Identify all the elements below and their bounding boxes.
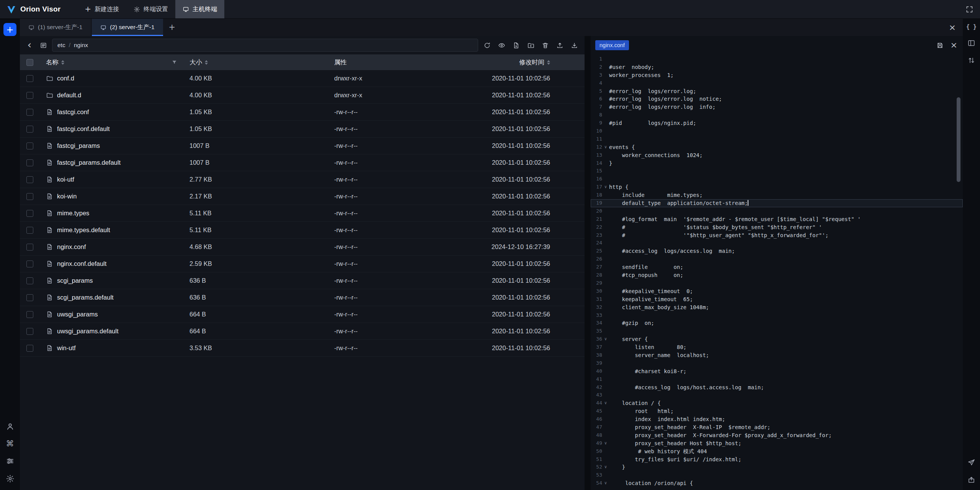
editor-line[interactable]: 24 bbox=[591, 239, 963, 247]
row-checkbox[interactable] bbox=[26, 345, 33, 352]
download-icon[interactable] bbox=[568, 39, 580, 51]
file-row[interactable]: scgi_params 636 B -rw-r--r-- 2020-11-01 … bbox=[20, 272, 585, 289]
code-editor[interactable]: 1 2 #user nobody; bbox=[591, 54, 963, 490]
editor-line[interactable]: 43 bbox=[591, 391, 963, 399]
row-checkbox[interactable] bbox=[26, 244, 33, 251]
terminal-tab[interactable]: (2) server-生产-1 bbox=[92, 19, 163, 36]
editor-line[interactable]: 1 bbox=[591, 55, 963, 63]
select-all-checkbox[interactable] bbox=[26, 59, 33, 66]
fold-chevron-icon[interactable]: ∨ bbox=[604, 441, 607, 446]
editor-line[interactable]: 38 server_name localhost; bbox=[591, 351, 963, 359]
show-hidden-eye-icon[interactable] bbox=[496, 39, 507, 51]
save-icon[interactable] bbox=[934, 39, 946, 51]
new-connection-button[interactable]: + bbox=[3, 23, 16, 36]
row-checkbox[interactable] bbox=[26, 277, 33, 284]
editor-line[interactable]: 53 bbox=[591, 471, 963, 479]
editor-line[interactable]: 14 } bbox=[591, 159, 963, 167]
row-checkbox[interactable] bbox=[26, 227, 33, 234]
row-checkbox[interactable] bbox=[26, 328, 33, 335]
editor-line[interactable]: 29 bbox=[591, 279, 963, 287]
editor-line[interactable]: 27 sendfile on; bbox=[591, 263, 963, 271]
row-checkbox[interactable] bbox=[26, 294, 33, 301]
row-checkbox[interactable] bbox=[26, 311, 33, 318]
row-checkbox[interactable] bbox=[26, 75, 33, 82]
editor-line[interactable]: 9 #pid logs/nginx.pid; bbox=[591, 119, 963, 127]
new-folder-icon[interactable] bbox=[525, 39, 536, 51]
editor-line[interactable]: 7 #error_log logs/error.log info; bbox=[591, 103, 963, 111]
editor-line[interactable]: 22 # '$status $body_bytes_sent "$http_re… bbox=[591, 223, 963, 231]
fold-chevron-icon[interactable]: ∨ bbox=[604, 144, 607, 149]
editor-line[interactable]: 8 bbox=[591, 111, 963, 119]
editor-line[interactable]: 49 ∨ proxy_set_header Host $http_host; bbox=[591, 439, 963, 447]
editor-line[interactable]: 54 ∨ location /orion/api { bbox=[591, 479, 963, 487]
file-row[interactable]: scgi_params.default 636 B -rw-r--r-- 202… bbox=[20, 289, 585, 306]
file-row[interactable]: conf.d 4.00 KB drwxr-xr-x 2020-11-01 10:… bbox=[20, 70, 585, 87]
sort-name-icon[interactable] bbox=[61, 60, 64, 65]
editor-line[interactable]: 4 bbox=[591, 79, 963, 87]
delete-trash-icon[interactable] bbox=[539, 39, 551, 51]
directory-list-icon[interactable] bbox=[38, 39, 49, 51]
editor-line[interactable]: 47 proxy_set_header X-Real-IP $remote_ad… bbox=[591, 423, 963, 431]
file-row[interactable]: uwsgi_params 664 B -rw-r--r-- 2020-11-01… bbox=[20, 306, 585, 323]
upload-box-icon[interactable] bbox=[967, 476, 975, 484]
editor-line[interactable]: 19 default_type application/octet-stream… bbox=[591, 199, 963, 207]
row-checkbox[interactable] bbox=[26, 193, 33, 200]
editor-line[interactable]: 32 client_max_body_size 1048m; bbox=[591, 303, 963, 311]
editor-line[interactable]: 23 # '"$http_user_agent" "$http_x_forwar… bbox=[591, 231, 963, 239]
terminal-tab[interactable]: (1) server-生产-1 bbox=[20, 19, 91, 36]
sort-size-icon[interactable] bbox=[205, 60, 208, 65]
sort-order-icon[interactable] bbox=[967, 56, 975, 64]
editor-line[interactable]: 44 ∨ location / { bbox=[591, 399, 963, 407]
editor-line[interactable]: 16 bbox=[591, 175, 963, 183]
editor-line[interactable]: 45 root html; bbox=[591, 407, 963, 415]
file-row[interactable]: fastcgi.conf.default 1.05 KB -rw-r--r-- … bbox=[20, 121, 585, 138]
editor-line[interactable]: 17 ∨ http { bbox=[591, 183, 963, 191]
row-checkbox[interactable] bbox=[26, 176, 33, 183]
editor-line[interactable]: 2 #user nobody; bbox=[591, 63, 963, 71]
editor-line[interactable]: 37 listen 80; bbox=[591, 343, 963, 351]
row-checkbox[interactable] bbox=[26, 109, 33, 116]
preferences-sliders-icon[interactable] bbox=[6, 457, 15, 465]
editor-line[interactable]: 52 ∨ } bbox=[591, 463, 963, 471]
editor-line[interactable]: 51 try_files $uri $uri/ /index.html; bbox=[591, 456, 963, 464]
file-row[interactable]: mime.types.default 5.11 KB -rw-r--r-- 20… bbox=[20, 222, 585, 239]
brand[interactable]: Orion Visor bbox=[0, 0, 67, 18]
settings-gear-icon[interactable] bbox=[6, 474, 15, 483]
row-checkbox[interactable] bbox=[26, 210, 33, 217]
breadcrumb-item[interactable]: etc bbox=[57, 42, 65, 49]
file-row[interactable]: fastcgi_params 1007 B -rw-r--r-- 2020-11… bbox=[20, 138, 585, 154]
editor-scrollbar-thumb[interactable] bbox=[957, 97, 960, 182]
send-command-icon[interactable] bbox=[967, 459, 975, 467]
fold-chevron-icon[interactable]: ∨ bbox=[604, 464, 607, 469]
editor-line[interactable]: 40 #charset koi8-r; bbox=[591, 367, 963, 375]
editor-line[interactable]: 35 bbox=[591, 327, 963, 335]
editor-line[interactable]: 20 bbox=[591, 207, 963, 215]
editor-line[interactable]: 15 bbox=[591, 167, 963, 175]
row-checkbox[interactable] bbox=[26, 159, 33, 166]
editor-line[interactable]: 31 keepalive_timeout 65; bbox=[591, 295, 963, 303]
topbar-menu-item[interactable]: + 新建连接 bbox=[77, 0, 126, 18]
editor-file-tab[interactable]: nginx.conf bbox=[595, 40, 629, 50]
refresh-icon[interactable] bbox=[481, 39, 493, 51]
topbar-menu-item[interactable]: 主机终端 bbox=[175, 0, 224, 18]
file-row[interactable]: nginx.conf.default 2.59 KB -rw-r--r-- 20… bbox=[20, 256, 585, 272]
fullscreen-icon[interactable] bbox=[965, 5, 973, 13]
editor-line[interactable]: 33 bbox=[591, 311, 963, 320]
sort-mtime-icon[interactable] bbox=[547, 60, 550, 65]
editor-line[interactable]: 6 #error_log logs/error.log notice; bbox=[591, 95, 963, 103]
code-braces-icon[interactable]: { } bbox=[966, 24, 977, 30]
editor-line[interactable]: 11 bbox=[591, 135, 963, 143]
editor-close-icon[interactable]: × bbox=[951, 41, 957, 49]
file-row[interactable]: fastcgi_params.default 1007 B -rw-r--r--… bbox=[20, 154, 585, 171]
editor-line[interactable]: 50 # web history 模式 404 bbox=[591, 447, 963, 456]
file-row[interactable]: mime.types 5.11 KB -rw-r--r-- 2020-11-01… bbox=[20, 205, 585, 222]
editor-line[interactable]: 18 include mime.types; bbox=[591, 191, 963, 199]
add-tab-button[interactable]: + bbox=[169, 23, 176, 31]
path-breadcrumb[interactable]: etc / nginx / bbox=[52, 39, 478, 52]
row-checkbox[interactable] bbox=[26, 126, 33, 133]
file-row[interactable]: nginx.conf 4.68 KB -rw-r--r-- 2024-12-10… bbox=[20, 239, 585, 256]
back-button[interactable]: ‹ bbox=[24, 39, 34, 50]
filter-funnel-icon[interactable] bbox=[172, 59, 177, 65]
row-checkbox[interactable] bbox=[26, 92, 33, 99]
upload-icon[interactable] bbox=[554, 39, 565, 51]
